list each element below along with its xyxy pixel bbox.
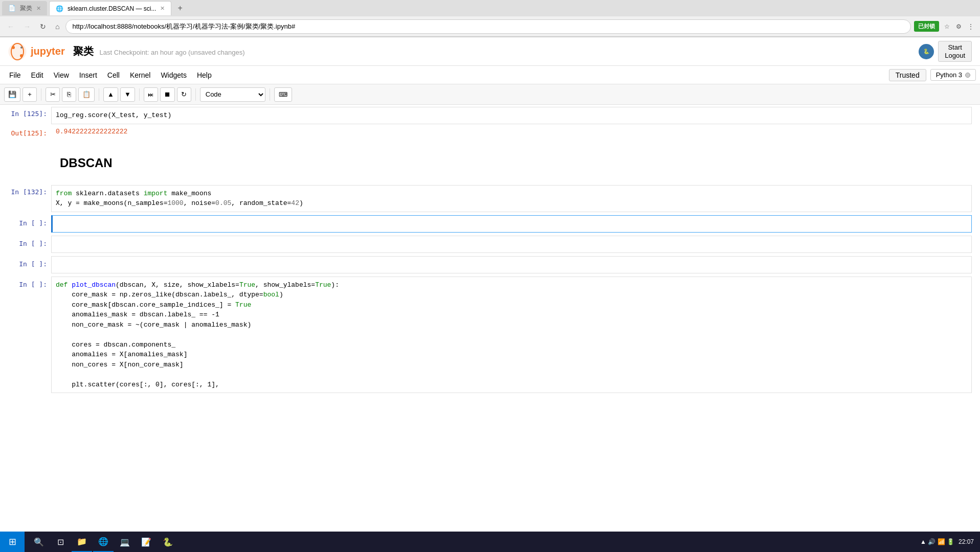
copy-button[interactable]: ⎘ <box>62 87 76 102</box>
cell-markdown-prompt <box>0 147 51 179</box>
bookmark-button[interactable]: ☆ <box>942 21 952 32</box>
cell-empty-2: In [ ]: <box>0 235 980 253</box>
taskbar-browser[interactable]: 🌐 <box>93 532 114 532</box>
header-right: 🐍 Start Logout <box>919 41 972 62</box>
home-button[interactable]: ⌂ <box>52 20 62 33</box>
menu-right: Trusted Python 3 <box>889 69 976 81</box>
nav-actions: ☆ ⚙ ⋮ <box>942 21 976 32</box>
jupyter-logo: jupyter <box>8 42 65 61</box>
new-tab-button[interactable]: + <box>173 4 186 13</box>
cell-empty-1-input[interactable] <box>53 216 971 232</box>
kw-def: def <box>56 281 68 289</box>
stop-button[interactable]: ⏹ <box>160 87 175 102</box>
cell-125-output: Out[125]: 0.9422222222222222 <box>0 124 980 143</box>
taskbar-python[interactable]: 🐍 <box>158 532 178 532</box>
tab-2-favicon: 🌐 <box>56 5 63 12</box>
reload-button[interactable]: ↻ <box>37 20 49 33</box>
address-bar[interactable] <box>65 19 911 34</box>
taskbar-file-explorer[interactable]: 📁 <box>72 532 92 532</box>
cell-func-content[interactable]: def plot_dbscan(dbscan, X, size, show_xl… <box>51 277 972 394</box>
svg-point-3 <box>20 54 23 57</box>
back-button[interactable]: ← <box>4 20 17 33</box>
tab-2-title: sklearn.cluster.DBSCAN — sci... <box>68 5 156 12</box>
cell-125-code: log_reg.score(X_test, y_test) <box>52 107 971 124</box>
menu-bar: File Edit View Insert Cell Kernel Widget… <box>0 66 980 84</box>
cell-empty-3: In [ ]: <box>0 255 980 273</box>
cell-empty-3-input[interactable] <box>52 257 971 273</box>
cell-func-code: def plot_dbscan(dbscan, X, size, show_xl… <box>52 277 971 393</box>
kernel-name: Python 3 <box>936 71 962 79</box>
separator-5 <box>270 88 270 101</box>
taskbar-taskview[interactable]: ⊡ <box>50 532 71 532</box>
tab-2[interactable]: 🌐 sklearn.cluster.DBSCAN — sci... ✕ <box>49 1 171 15</box>
dbscan-h1: DBSCAN <box>60 156 963 170</box>
run-next-button[interactable]: ⏭ <box>144 87 158 102</box>
trusted-button[interactable]: Trusted <box>889 69 926 81</box>
cell-125-input: In [125]: log_reg.score(X_test, y_test) <box>0 105 980 124</box>
notebook-content: In [125]: log_reg.score(X_test, y_test) … <box>0 105 980 532</box>
tab-2-close[interactable]: ✕ <box>160 5 165 12</box>
separator-3 <box>139 88 140 101</box>
taskbar-terminal[interactable]: 💻 <box>115 532 135 532</box>
menu-view[interactable]: View <box>49 69 74 81</box>
start-button[interactable]: ⊞ <box>0 532 25 532</box>
python-logo: 🐍 <box>919 44 934 59</box>
cell-empty-3-prompt: In [ ]: <box>0 255 51 273</box>
move-up-button[interactable]: ▲ <box>103 87 118 102</box>
cell-132-content[interactable]: from sklearn.datasets import make_moons … <box>51 185 972 212</box>
move-down-button[interactable]: ▼ <box>120 87 135 102</box>
start-logout-button[interactable]: Start Logout <box>938 41 972 62</box>
tab-bar: 📄 聚类 ✕ 🌐 sklearn.cluster.DBSCAN — sci...… <box>0 0 980 16</box>
paste-button[interactable]: 📋 <box>78 87 95 102</box>
tab-1-favicon: 📄 <box>8 5 16 12</box>
cell-empty-1-content[interactable] <box>51 215 972 233</box>
cell-132-input: In [132]: from sklearn.datasets import m… <box>0 183 980 212</box>
cell-empty-2-input[interactable] <box>52 236 971 252</box>
cell-markdown-content: DBSCAN <box>51 147 972 179</box>
restart-button[interactable]: ↻ <box>177 87 191 102</box>
menu-insert[interactable]: Insert <box>74 69 102 81</box>
menu-help[interactable]: Help <box>192 69 217 81</box>
func-name: plot_dbscan <box>72 281 116 289</box>
menu-button[interactable]: ⋮ <box>966 21 976 32</box>
menu-edit[interactable]: Edit <box>26 69 49 81</box>
toolbar: 💾 + ✂ ⎘ 📋 ▲ ▼ ⏭ ⏹ ↻ Code Markdown Raw NB… <box>0 84 980 105</box>
cell-132-code: from sklearn.datasets import make_moons … <box>52 186 971 212</box>
cell-empty-3-content[interactable] <box>51 256 972 273</box>
taskbar-search[interactable]: 🔍 <box>29 532 49 532</box>
cell-empty-1: In [ ]: <box>0 214 980 233</box>
forward-button[interactable]: → <box>20 20 34 33</box>
nav-bar: ← → ↻ ⌂ 已封锁 ☆ ⚙ ⋮ <box>0 16 980 37</box>
taskbar-apps: 🔍 ⊡ 📁 🌐 💻 📝 🐍 <box>25 532 182 532</box>
kw-import: import <box>144 190 168 197</box>
cell-type-select[interactable]: Code Markdown Raw NBConvert <box>200 87 265 102</box>
notebook-name: 聚类 Last Checkpoint: an hour ago (unsaved… <box>73 44 245 58</box>
browser-chrome: 📄 聚类 ✕ 🌐 sklearn.cluster.DBSCAN — sci...… <box>0 0 980 37</box>
cell-func-prompt: In [ ]: <box>0 275 51 394</box>
tab-1-title: 聚类 <box>20 4 32 13</box>
cell-empty-2-content[interactable] <box>51 236 972 253</box>
add-cell-button[interactable]: + <box>23 87 37 102</box>
cell-empty-1-prompt: In [ ]: <box>0 214 51 233</box>
separator-2 <box>99 88 99 101</box>
extensions-button[interactable]: ⚙ <box>954 21 964 32</box>
tab-1-close[interactable]: ✕ <box>36 5 41 12</box>
cell-125-output-prompt: Out[125]: <box>0 124 51 143</box>
security-badge: 已封锁 <box>914 21 939 32</box>
menu-file[interactable]: File <box>4 69 26 81</box>
dbscan-heading: DBSCAN <box>52 148 971 178</box>
menu-kernel[interactable]: Kernel <box>125 69 155 81</box>
tab-1[interactable]: 📄 聚类 ✕ <box>2 1 47 15</box>
separator-1 <box>41 88 41 101</box>
jupyter-header: jupyter 聚类 Last Checkpoint: an hour ago … <box>0 37 980 66</box>
menu-widgets[interactable]: Widgets <box>155 69 192 81</box>
cut-button[interactable]: ✂ <box>46 87 60 102</box>
cell-func-input: In [ ]: def plot_dbscan(dbscan, X, size,… <box>0 275 980 394</box>
save-button[interactable]: 💾 <box>4 87 20 102</box>
cell-125-content[interactable]: log_reg.score(X_test, y_test) <box>51 107 972 124</box>
taskbar-editor[interactable]: 📝 <box>136 532 157 532</box>
menu-cell[interactable]: Cell <box>102 69 125 81</box>
cell-markdown-dbscan: DBSCAN <box>0 147 980 179</box>
cell-125-output-content: 0.9422222222222222 <box>51 124 972 139</box>
keyboard-shortcuts-button[interactable]: ⌨ <box>274 87 292 102</box>
